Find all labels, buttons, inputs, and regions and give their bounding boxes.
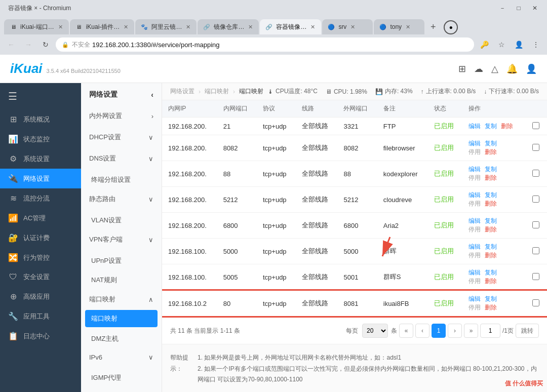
copy-btn-7[interactable]: 复制: [485, 269, 497, 276]
delete-btn-3[interactable]: 删除: [485, 174, 497, 181]
sidebar-item-flow[interactable]: ≋ 流控分流: [0, 188, 81, 208]
page-size-select[interactable]: 20 50 100: [362, 324, 388, 338]
page-first-button[interactable]: «: [399, 324, 413, 338]
sub-sidebar-item-upnp[interactable]: UPnP设置: [81, 251, 162, 270]
sub-sidebar-item-vlan[interactable]: VLAN设置: [81, 211, 162, 230]
new-tab-button[interactable]: +: [425, 19, 441, 34]
disable-btn-4[interactable]: 停用: [468, 200, 481, 207]
tab-close-5[interactable]: ✕: [309, 23, 316, 31]
tab-close-7[interactable]: ✕: [405, 23, 411, 31]
delete-btn-4[interactable]: 删除: [485, 200, 497, 207]
tab-container[interactable]: 🔗 容器镜像… ✕: [260, 19, 321, 34]
row-checkbox-3[interactable]: [532, 170, 539, 177]
copy-btn-5[interactable]: 复制: [485, 217, 497, 224]
disable-btn-3[interactable]: 停用: [468, 174, 481, 181]
copy-btn-8[interactable]: 复制: [485, 295, 497, 302]
disable-btn-7[interactable]: 停用: [468, 278, 481, 285]
delete-btn-5[interactable]: 删除: [485, 226, 497, 233]
bookmark-icon[interactable]: ☆: [494, 37, 509, 52]
sidebar-item-advanced[interactable]: ⊕ 高级应用: [0, 287, 81, 306]
tab-tony[interactable]: 🔵 tony ✕: [374, 19, 424, 34]
copy-btn-6[interactable]: 复制: [485, 243, 497, 250]
sidebar-item-logs[interactable]: 📋 日志中心: [0, 326, 81, 346]
tab-ikuai-plugin[interactable]: 🖥 iKuai-插件… ✕: [70, 19, 135, 34]
sub-sidebar-item-wan[interactable]: 内外网设置 ›: [81, 106, 162, 126]
sidebar-item-tools[interactable]: 🔧 应用工具: [0, 306, 81, 326]
delete-btn-8[interactable]: 删除: [485, 304, 497, 311]
tab-registry[interactable]: 🔗 镜像仓库… ✕: [198, 19, 259, 34]
edit-btn-7[interactable]: 编辑: [468, 269, 481, 276]
edit-btn-5[interactable]: 编辑: [468, 217, 481, 224]
edit-btn-4[interactable]: 编辑: [468, 191, 481, 199]
tab-close-2[interactable]: ✕: [123, 23, 129, 31]
tab-close-1[interactable]: ✕: [57, 23, 64, 31]
user-icon[interactable]: 👤: [526, 63, 537, 74]
sub-sidebar-item-portmap-parent[interactable]: 端口映射 ∧: [81, 290, 162, 309]
back-button[interactable]: ←: [4, 37, 18, 52]
sidebar-item-security[interactable]: 🛡 安全设置: [0, 267, 81, 287]
disable-btn-5[interactable]: 停用: [468, 226, 481, 233]
tab-ikuai-port[interactable]: 🖥 iKuai-端口… ✕: [4, 19, 69, 34]
sub-sidebar-item-vpn[interactable]: VPN客户端 ∨: [81, 230, 162, 249]
disable-btn-6[interactable]: 停用: [468, 252, 481, 259]
sidebar-menu-button[interactable]: ☰: [0, 83, 81, 109]
edit-btn-8[interactable]: 编辑: [468, 295, 481, 302]
page-prev-button[interactable]: ‹: [415, 324, 429, 338]
disable-btn-8[interactable]: 停用: [468, 304, 481, 311]
bell-icon[interactable]: 🔔: [506, 63, 518, 74]
edit-btn-2[interactable]: 编辑: [468, 140, 481, 147]
edit-btn-6[interactable]: 编辑: [468, 243, 481, 250]
tab-close-4[interactable]: ✕: [247, 23, 254, 31]
sidebar-item-auth[interactable]: 🔐 认证计费: [0, 228, 81, 248]
sidebar-item-behavior[interactable]: 🔀 行为管控: [0, 248, 81, 267]
sub-sidebar-item-portmap-active[interactable]: 端口映射: [85, 310, 158, 327]
tab-aliyun[interactable]: 🐾 阿里云镜… ✕: [135, 19, 197, 34]
sidebar-item-overview[interactable]: ⊞ 系统概况: [0, 109, 81, 129]
page-next-button[interactable]: ›: [448, 324, 462, 338]
copy-btn-1[interactable]: 复制: [485, 123, 497, 130]
password-icon[interactable]: 🔑: [477, 37, 491, 52]
maximize-button[interactable]: □: [511, 3, 527, 14]
sub-sidebar-item-dhcp[interactable]: DHCP设置 ∨: [81, 128, 162, 147]
sub-sidebar-item-ipv6[interactable]: IPv6 ∨: [81, 348, 162, 366]
row-checkbox-7[interactable]: [532, 273, 539, 280]
edit-btn-3[interactable]: 编辑: [468, 166, 481, 173]
row-checkbox-1[interactable]: [532, 122, 539, 129]
sidebar-item-monitor[interactable]: 📊 状态监控: [0, 129, 81, 149]
sub-sidebar-item-static[interactable]: 静态路由 ∨: [81, 189, 162, 209]
delete-btn-6[interactable]: 删除: [485, 252, 497, 259]
tab-close-3[interactable]: ✕: [185, 23, 191, 31]
row-checkbox-6[interactable]: [532, 247, 539, 254]
copy-btn-2[interactable]: 复制: [485, 140, 497, 147]
tab-close-6[interactable]: ✕: [349, 23, 356, 31]
profile-circle-button[interactable]: ●: [444, 20, 458, 34]
sub-sidebar-header[interactable]: 网络设置 ‹: [81, 83, 162, 106]
sub-sidebar-item-dns[interactable]: DNS设置 ∨: [81, 149, 162, 168]
row-checkbox-5[interactable]: [532, 221, 539, 228]
page-jump-button[interactable]: 跳转: [516, 324, 539, 338]
home-icon[interactable]: △: [491, 63, 498, 74]
delete-btn-7[interactable]: 删除: [485, 278, 497, 285]
row-checkbox-2[interactable]: [532, 144, 539, 151]
address-input[interactable]: 🔒 不安全 192.168.200.1:3380/#/service/port-…: [56, 37, 474, 52]
cloud-icon[interactable]: ☁: [474, 63, 483, 74]
sub-sidebar-item-igmp[interactable]: IGMP代理: [81, 368, 162, 387]
sidebar-item-network[interactable]: 🔌 网络设置: [0, 169, 81, 188]
copy-btn-3[interactable]: 复制: [485, 166, 497, 173]
sidebar-item-settings[interactable]: ⚙ 系统设置: [0, 149, 81, 169]
forward-button[interactable]: →: [21, 37, 35, 52]
minimize-button[interactable]: －: [494, 3, 511, 14]
tab-srv[interactable]: 🔵 srv ✕: [322, 19, 373, 34]
reload-button[interactable]: ↻: [38, 37, 53, 52]
copy-btn-4[interactable]: 复制: [485, 191, 497, 199]
delete-btn-2[interactable]: 删除: [485, 148, 497, 155]
page-1-button[interactable]: 1: [432, 324, 446, 338]
sub-sidebar-item-terminal[interactable]: 终端分组设置: [81, 170, 162, 189]
row-checkbox-4[interactable]: [532, 195, 539, 203]
close-button[interactable]: ✕: [527, 3, 543, 14]
account-icon[interactable]: 👤: [512, 37, 526, 52]
edit-btn-1[interactable]: 编辑: [468, 123, 481, 130]
sub-sidebar-item-dmz[interactable]: DMZ主机: [81, 329, 162, 348]
delete-btn-1[interactable]: 删除: [501, 123, 513, 130]
sidebar-item-ac[interactable]: 📶 AC管理: [0, 208, 81, 228]
